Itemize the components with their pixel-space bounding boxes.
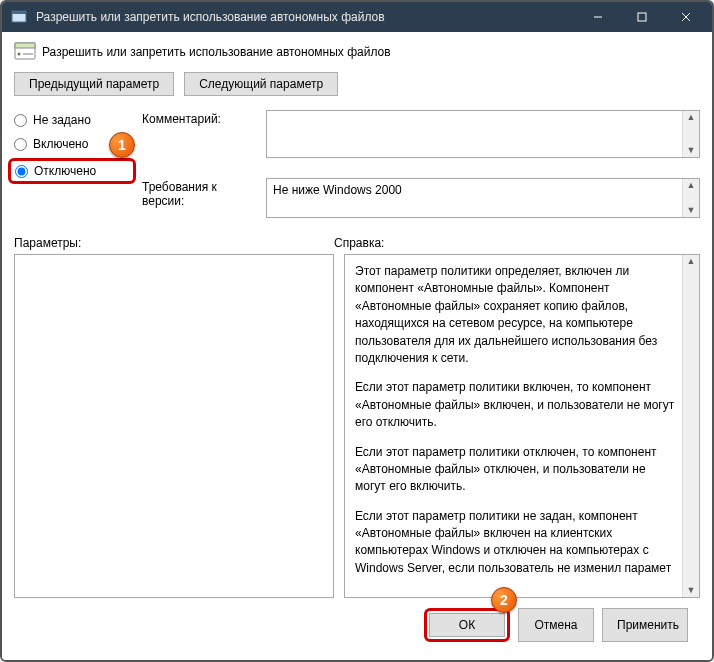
comment-row: Комментарий: ▲ ▼ bbox=[142, 110, 700, 158]
header-title: Разрешить или запретить использование ав… bbox=[42, 45, 391, 59]
radio-enabled-input[interactable] bbox=[14, 138, 27, 151]
annotation-highlight-2: ОК 2 bbox=[424, 608, 510, 642]
meta-column: Комментарий: ▲ ▼ Требования к версии: Не… bbox=[142, 110, 700, 218]
ok-button[interactable]: ОК bbox=[429, 613, 505, 637]
radio-disabled[interactable]: Отключено bbox=[15, 164, 96, 178]
next-setting-button[interactable]: Следующий параметр bbox=[184, 72, 338, 96]
scrollbar[interactable]: ▲ ▼ bbox=[682, 111, 699, 157]
radio-label: Включено bbox=[33, 137, 88, 151]
lower-labels: Параметры: Справка: bbox=[14, 236, 700, 250]
comment-textarea[interactable]: ▲ ▼ bbox=[266, 110, 700, 158]
nav-row: Предыдущий параметр Следующий параметр bbox=[14, 72, 700, 96]
scrollbar[interactable]: ▲ ▼ bbox=[682, 179, 699, 217]
help-label: Справка: bbox=[334, 236, 384, 250]
scroll-down-icon: ▼ bbox=[687, 206, 696, 215]
help-paragraph: Если этот параметр политики включен, то … bbox=[355, 379, 675, 431]
supported-label: Требования к версии: bbox=[142, 178, 258, 208]
scroll-up-icon: ▲ bbox=[687, 257, 696, 266]
lower-panels: Этот параметр политики определяет, включ… bbox=[14, 254, 700, 598]
scrollbar[interactable]: ▲ ▼ bbox=[682, 255, 699, 597]
comment-label: Комментарий: bbox=[142, 110, 258, 126]
svg-rect-3 bbox=[638, 13, 646, 21]
annotation-badge-1: 1 bbox=[109, 132, 135, 158]
options-label: Параметры: bbox=[14, 236, 334, 250]
policy-icon bbox=[10, 8, 28, 26]
svg-rect-1 bbox=[12, 11, 26, 14]
help-paragraph: Если этот параметр политики отключен, то… bbox=[355, 444, 675, 496]
state-radio-group: Не задано Включено Отключено 1 bbox=[14, 110, 130, 218]
window-title: Разрешить или запретить использование ав… bbox=[36, 10, 576, 24]
cancel-button[interactable]: Отмена bbox=[518, 608, 594, 642]
help-panel: Этот параметр политики определяет, включ… bbox=[344, 254, 700, 598]
scroll-down-icon: ▼ bbox=[687, 586, 696, 595]
close-button[interactable] bbox=[664, 2, 708, 32]
apply-button[interactable]: Применить bbox=[602, 608, 688, 642]
supported-value: Не ниже Windows 2000 bbox=[273, 183, 402, 197]
annotation-badge-2: 2 bbox=[491, 587, 517, 613]
radio-label: Отключено bbox=[34, 164, 96, 178]
previous-setting-button[interactable]: Предыдущий параметр bbox=[14, 72, 174, 96]
dialog-footer: ОК 2 Отмена Применить bbox=[14, 598, 700, 652]
dialog-content: Разрешить или запретить использование ав… bbox=[2, 32, 712, 660]
radio-not-configured-input[interactable] bbox=[14, 114, 27, 127]
svg-rect-9 bbox=[23, 53, 33, 55]
dialog-window: Разрешить или запретить использование ав… bbox=[0, 0, 714, 662]
scroll-up-icon: ▲ bbox=[687, 113, 696, 122]
scroll-up-icon: ▲ bbox=[687, 181, 696, 190]
supported-row: Требования к версии: Не ниже Windows 200… bbox=[142, 178, 700, 218]
radio-disabled-input[interactable] bbox=[15, 165, 28, 178]
radio-label: Не задано bbox=[33, 113, 91, 127]
titlebar: Разрешить или запретить использование ав… bbox=[2, 2, 712, 32]
svg-point-8 bbox=[18, 53, 21, 56]
radio-not-configured[interactable]: Не задано bbox=[14, 113, 130, 127]
minimize-button[interactable] bbox=[576, 2, 620, 32]
help-paragraph: Этот параметр политики определяет, включ… bbox=[355, 263, 675, 367]
supported-textarea: Не ниже Windows 2000 ▲ ▼ bbox=[266, 178, 700, 218]
svg-rect-7 bbox=[15, 43, 35, 48]
policy-header-icon bbox=[14, 42, 36, 62]
annotation-highlight-1: Отключено bbox=[8, 158, 136, 184]
options-panel bbox=[14, 254, 334, 598]
help-paragraph: Если этот параметр политики не задан, ко… bbox=[355, 508, 675, 578]
settings-mid: Не задано Включено Отключено 1 Комментар… bbox=[14, 110, 700, 218]
header-row: Разрешить или запретить использование ав… bbox=[14, 42, 700, 62]
maximize-button[interactable] bbox=[620, 2, 664, 32]
scroll-down-icon: ▼ bbox=[687, 146, 696, 155]
